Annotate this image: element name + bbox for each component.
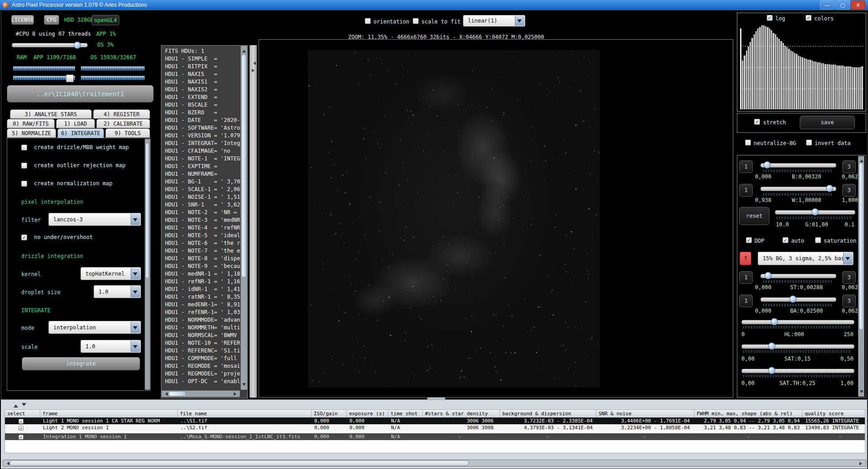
stretch-panel-scrollbar[interactable] [858,156,864,397]
column-header-exposure-s-[interactable]: exposure (s) [347,410,388,417]
column-header-fwhm-min-max-shape-abs-rel-[interactable]: FWHM min, max, shape (abs & rel) [694,410,802,417]
tab-calibrate[interactable]: 2) CALIBRATE [96,119,150,128]
saturation-checkbox[interactable] [815,237,821,243]
white-slider-handle[interactable] [826,185,833,192]
image-viewer[interactable] [259,39,733,398]
column-header-time-shot[interactable]: time shot [388,410,423,417]
sat-slider-handle[interactable] [768,342,775,350]
droplet-size-dropdown[interactable]: 1.0 [94,285,141,298]
neutralize-bg-checkbox[interactable] [745,140,751,145]
gamma-slider-track[interactable] [775,210,855,215]
filter-dropdown[interactable]: lanczos-3 [48,213,141,226]
integrate-button[interactable]: integrate [22,357,140,371]
create-normalization-map-checkbox[interactable] [21,181,27,187]
mode-dropdown[interactable]: interpolation [48,321,141,334]
log-checkbox[interactable] [767,15,773,21]
hl-slider-track[interactable] [741,320,854,324]
scroll-left-icon[interactable] [163,392,168,396]
sat-slider-track[interactable] [741,344,854,349]
table-row[interactable]: Integration 1 MONO session 1..\Mosa_S-MO… [5,433,865,440]
white-step-up-button[interactable]: 3 [842,184,856,197]
ba-step-down-button[interactable]: 1 [739,295,753,307]
tab-analyse-stars[interactable]: 3) ANALYSE STARS [10,109,92,119]
table-horizontal-scrollbar[interactable] [3,460,866,467]
row-select-checkbox[interactable] [19,426,24,431]
column-header-quality-score[interactable]: quality score [802,410,865,417]
column-header-background-dispersion[interactable]: background & dispersion [500,410,596,417]
integrate-panel-scrollbar[interactable] [145,139,150,390]
invert-data-checkbox[interactable] [806,140,812,145]
ba-slider-track[interactable] [760,297,836,302]
st-step-up-button[interactable]: 3 [842,271,856,284]
reset-button[interactable]: reset [739,207,769,225]
white-step-down-button[interactable]: 1 [739,184,753,197]
white-slider-track[interactable] [760,187,836,191]
scrollbar-thumb[interactable] [169,391,186,396]
column-header--stars-star-density[interactable]: #stars & star density [423,410,500,417]
st-slider-track[interactable] [760,274,836,278]
ddp-checkbox[interactable] [746,237,752,243]
black-step-down-button[interactable]: 1 [739,160,753,173]
mosaic-image[interactable] [308,50,600,388]
satth-slider-handle[interactable] [768,367,775,374]
scale-dropdown[interactable]: 1.0 [80,340,141,353]
opengl-button[interactable]: openGL4 [92,15,119,25]
scroll-down-icon[interactable] [242,383,246,388]
column-header-file-name[interactable]: file name [178,410,311,417]
scrollbar-thumb[interactable] [241,54,246,277]
tab-raw-fits[interactable]: 0) RAW/FITS [7,119,55,128]
hl-slider-handle[interactable] [771,318,778,325]
cfg-button[interactable]: CFG [44,15,59,25]
stretch-checkbox[interactable] [754,119,760,125]
scroll-right-icon[interactable] [859,462,864,465]
column-header-select[interactable]: select [5,410,40,417]
gamma-slider-handle[interactable] [811,208,819,216]
tab-register[interactable]: 4) REGISTER [93,109,150,119]
create-drizzle-weight-map-checkbox[interactable] [21,145,27,150]
split-pane-divider[interactable] [250,45,257,398]
auto-checkbox[interactable] [783,237,788,243]
threads-slider-handle[interactable] [74,42,81,49]
scrollbar-thumb[interactable] [146,143,149,278]
column-header-iso-gain[interactable]: ISO/gain [311,410,347,417]
ba-step-up-button[interactable]: 3 [842,295,856,307]
scrollbar-thumb[interactable] [859,163,863,330]
table-sort-up-button[interactable] [13,401,19,407]
minimize-button[interactable]: — [820,0,835,9]
column-header-frame[interactable]: frame [40,410,178,417]
colors-checkbox[interactable] [806,15,811,21]
kernel-dropdown[interactable]: topHatKernel [80,267,141,280]
threads-slider-track[interactable] [12,43,88,47]
tab-tools[interactable]: 9) TOOLS [105,128,150,138]
expand-right-icon[interactable] [252,69,256,72]
scale-to-fit-checkbox[interactable] [413,18,419,24]
ddp-preset-dropdown[interactable]: 15% BG, 3 sigma, 2,5% base [758,252,854,265]
table-row[interactable]: Light 1 MONO session 1 CA STAR REG NORM.… [5,417,865,424]
working-directory-button[interactable]: ..er\IC1848\traitement1 [7,85,154,103]
st-step-down-button[interactable]: 1 [739,271,753,284]
satth-slider-track[interactable] [741,369,854,373]
ba-slider-handle[interactable] [789,295,797,303]
license-button[interactable]: LICENSE [11,15,34,25]
scroll-up-icon[interactable] [860,158,863,162]
scroll-down-icon[interactable] [860,390,863,395]
scrollbar-thumb[interactable] [9,460,469,466]
save-button[interactable]: save [800,116,855,129]
table-row[interactable]: Light 2 MONO session 1..\S2.tif0,0000,00… [5,424,865,431]
tab-normalize[interactable]: 5) NORMALIZE [7,128,56,138]
scroll-right-icon[interactable] [234,392,238,396]
collapse-left-icon[interactable] [251,61,256,65]
tab-load[interactable]: 1) LOAD [56,119,95,128]
scroll-left-icon[interactable] [5,462,9,465]
st-slider-handle[interactable] [764,272,772,279]
fits-horizontal-scrollbar[interactable] [161,390,240,397]
row-select-checkbox[interactable] [19,435,24,440]
ddp-help-button[interactable]: ? [740,252,751,265]
maximize-button[interactable]: ▢ [835,0,850,9]
create-outlier-map-checkbox[interactable] [21,163,27,169]
black-slider-handle[interactable] [764,161,771,169]
memory-slider-handle[interactable] [66,75,74,82]
table-sort-down-button[interactable] [21,401,27,407]
row-select-checkbox[interactable] [19,419,24,424]
orientation-checkbox[interactable] [365,18,371,24]
